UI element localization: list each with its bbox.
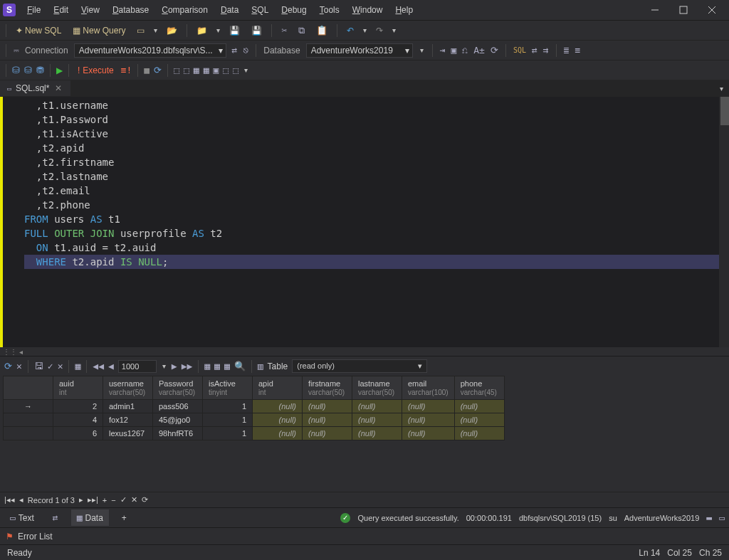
menu-tools[interactable]: Tools xyxy=(314,2,345,18)
editor-scrollbar[interactable] xyxy=(719,97,729,347)
next-page-icon[interactable]: ▶ xyxy=(172,361,177,371)
prev-page-icon[interactable]: ◀ xyxy=(108,361,114,371)
database-select[interactable]: AdventureWorks2019 ▾ xyxy=(306,43,413,58)
open-button[interactable]: 📂 xyxy=(163,23,181,38)
text-tab[interactable]: ▭ Text xyxy=(4,509,40,526)
tool-icon[interactable]: ⬚ xyxy=(223,65,229,75)
font-size-icon[interactable]: A± xyxy=(473,45,485,56)
new-dropdown[interactable]: ▭ xyxy=(133,23,148,38)
first-page-icon[interactable]: ◀◀ xyxy=(93,361,104,371)
save-button[interactable]: 💾 xyxy=(226,23,243,38)
menu-file[interactable]: File xyxy=(21,2,46,18)
find-icon[interactable]: 🔍 xyxy=(234,361,246,371)
cancel-icon[interactable]: ✕ xyxy=(131,495,137,504)
execute-button[interactable]: !Execute xyxy=(75,64,117,77)
error-list-panel[interactable]: ⚑ Error List xyxy=(0,527,729,544)
maximize-button[interactable] xyxy=(669,0,698,20)
tool-icon[interactable]: ⬚ xyxy=(174,65,179,75)
menu-database[interactable]: Database xyxy=(107,2,154,18)
grid-icon[interactable]: ▦ xyxy=(204,361,210,371)
dropdown-caret-icon[interactable]: ▾ xyxy=(161,361,167,371)
close-button[interactable] xyxy=(698,0,726,20)
close-tab-button[interactable]: ✕ xyxy=(53,83,63,93)
table-row[interactable]: 4fox1245@jgo01(null)(null)(null)(null)(n… xyxy=(4,413,505,427)
dropdown-caret-icon[interactable]: ▾ xyxy=(243,65,249,75)
menu-data[interactable]: Data xyxy=(215,2,244,18)
tab-overflow-icon[interactable]: ▾ xyxy=(718,83,725,94)
split-handle[interactable]: ⋮⋮ ◂ xyxy=(0,347,729,356)
save-icon[interactable]: 🖫 xyxy=(34,361,43,371)
menu-view[interactable]: View xyxy=(75,2,105,18)
stop-icon[interactable]: ■ xyxy=(144,65,150,75)
prev-record-icon[interactable]: ◂ xyxy=(19,495,23,504)
save-all-button[interactable]: 💾 xyxy=(248,23,266,38)
next-record-icon[interactable]: ▸ xyxy=(79,495,83,504)
image-icon[interactable]: ▣ xyxy=(214,65,219,75)
readonly-select[interactable]: (read only) ▾ xyxy=(292,359,427,373)
layout-icon[interactable]: ▥ xyxy=(258,361,263,371)
refresh-icon[interactable]: ⟳ xyxy=(491,45,498,56)
cut-button[interactable]: ✂ xyxy=(278,23,290,38)
page-size-input[interactable] xyxy=(118,360,157,373)
tool-icon[interactable]: ▣ xyxy=(451,45,456,56)
delete-record-icon[interactable]: − xyxy=(111,496,115,504)
minimize-button[interactable] xyxy=(641,0,669,20)
delete-icon[interactable]: ✕ xyxy=(58,361,63,371)
add-tab[interactable]: + xyxy=(116,510,132,526)
paste-button[interactable]: 📋 xyxy=(313,23,331,38)
last-page-icon[interactable]: ▶▶ xyxy=(182,361,193,371)
db-switch-icon[interactable]: ⇄ xyxy=(232,45,238,56)
reconnect-icon[interactable]: ⟳ xyxy=(154,65,162,75)
tool-icon[interactable]: ⬚ xyxy=(184,65,189,75)
tool-icon[interactable]: ⇄ xyxy=(532,45,537,56)
undo-button[interactable]: ↶ xyxy=(343,23,357,38)
sql-icon[interactable]: SQL xyxy=(513,46,526,54)
commit-icon[interactable]: ✓ xyxy=(120,495,127,504)
file-tab[interactable]: ▭ SQL.sql* ✕ xyxy=(0,80,70,96)
data-tab[interactable]: ▦ Data xyxy=(71,509,109,526)
menu-debug[interactable]: Debug xyxy=(276,2,312,18)
tool-icon[interactable]: ⇥ xyxy=(440,45,446,56)
indent-icon[interactable]: ≣ xyxy=(564,45,570,56)
menu-help[interactable]: Help xyxy=(389,2,419,18)
dropdown-caret-icon[interactable]: ▾ xyxy=(419,45,425,56)
menu-sql[interactable]: SQL xyxy=(246,2,274,18)
dropdown-caret-icon[interactable]: ▾ xyxy=(152,25,159,36)
grid-icon[interactable]: ▦ xyxy=(224,361,230,371)
grid-icon[interactable]: ▦ xyxy=(194,65,199,75)
check-icon[interactable]: ✓ xyxy=(48,361,53,371)
db-cylinder-icon[interactable]: ⛁ xyxy=(24,65,32,75)
add-record-icon[interactable]: + xyxy=(103,496,107,504)
new-query-button[interactable]: ▦New Query xyxy=(69,23,129,38)
tool-icon[interactable]: ⎌ xyxy=(462,45,468,56)
grid-icon[interactable]: ▦ xyxy=(204,65,209,75)
dropdown-caret-icon[interactable]: ▾ xyxy=(215,25,221,36)
tool-icon[interactable]: ⬚ xyxy=(233,65,238,75)
sql-editor[interactable]: ,t1.username ,t1.Password ,t1.isActive ,… xyxy=(0,97,729,347)
first-record-icon[interactable]: |◂◂ xyxy=(4,495,15,504)
db-cylinder-icon[interactable]: ⛃ xyxy=(36,65,44,75)
redo-button[interactable]: ↷ xyxy=(372,23,387,38)
grid-mode-icon[interactable]: ▦ xyxy=(75,361,80,371)
refresh-icon[interactable]: ⟳ xyxy=(4,361,12,371)
play-icon[interactable]: ▶ xyxy=(56,65,63,75)
new-sql-button[interactable]: ✦New SQL xyxy=(12,23,65,38)
results-grid[interactable]: auidintusernamevarchar(50)Passwordvarcha… xyxy=(0,376,729,440)
menu-window[interactable]: Window xyxy=(347,2,389,18)
dropdown-caret-icon[interactable]: ▾ xyxy=(362,25,368,36)
copy-button[interactable]: ⧉ xyxy=(295,23,308,38)
connection-select[interactable]: AdventureWorks2019.dbfsqlsrv\S... ▾ xyxy=(74,43,226,58)
db-icon[interactable]: ⎋ xyxy=(243,45,248,56)
menu-comparison[interactable]: Comparison xyxy=(156,2,214,18)
grid-icon[interactable]: ▦ xyxy=(214,361,220,371)
panel-icon[interactable]: ▬ xyxy=(706,512,712,523)
folder-button[interactable]: 📁 xyxy=(193,23,211,38)
cancel-icon[interactable]: ✕ xyxy=(16,361,22,371)
execute-to-cursor-icon[interactable]: ≡! xyxy=(121,65,132,75)
last-record-icon[interactable]: ▸▸| xyxy=(88,495,98,504)
table-row[interactable]: →2admin1pass5061(null)(null)(null)(null)… xyxy=(4,400,505,413)
db-cylinder-icon[interactable]: ⛁ xyxy=(12,65,20,75)
dropdown-caret-icon[interactable]: ▾ xyxy=(391,25,397,36)
menu-edit[interactable]: Edit xyxy=(48,2,74,18)
panel-icon[interactable]: ▭ xyxy=(719,512,725,523)
